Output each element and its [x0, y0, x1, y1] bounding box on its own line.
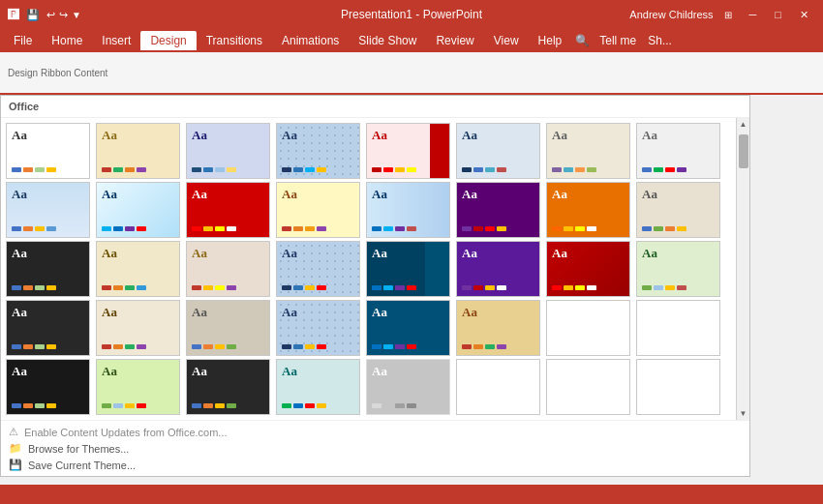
warning-icon: ⚠ [9, 426, 18, 438]
folder-icon: 📁 [9, 442, 22, 455]
title-bar: 🅿 💾 ↩ ↪ ▼ Presentation1 - PowerPoint And… [0, 0, 823, 29]
menu-help[interactable]: Help [529, 31, 572, 50]
theme-card[interactable]: Aa [546, 123, 630, 179]
undo-button[interactable]: ↩ [46, 9, 55, 21]
theme-card[interactable]: Aa [546, 241, 630, 297]
customize-quick-access-button[interactable]: ▼ [72, 10, 81, 20]
theme-card[interactable]: Aa [366, 123, 450, 179]
theme-card[interactable]: Aa [186, 123, 270, 179]
browse-themes-label: Browse for Themes... [28, 443, 129, 455]
save-icon-link: 💾 [9, 459, 22, 471]
theme-card[interactable]: Aa [96, 123, 180, 179]
theme-card[interactable]: Aa [186, 359, 270, 415]
menu-file[interactable]: File [4, 31, 42, 50]
ribbon-placeholder: Design Ribbon Content [8, 68, 107, 78]
theme-card[interactable]: Aa [456, 241, 540, 297]
theme-card[interactable] [456, 359, 540, 415]
app-icon: 🅿 [8, 8, 19, 21]
username-label: Andrew Childress [629, 9, 713, 20]
theme-card[interactable]: Aa [6, 300, 90, 356]
vertical-scrollbar[interactable]: ▲ ▼ [736, 118, 749, 420]
theme-card[interactable] [636, 359, 720, 415]
menu-home[interactable]: Home [42, 31, 92, 50]
window-title: Presentation1 - PowerPoint [341, 8, 482, 21]
theme-card[interactable]: Aa [456, 182, 540, 238]
bottom-links: ⚠ Enable Content Updates from Office.com… [1, 420, 749, 476]
theme-card[interactable] [636, 300, 720, 356]
theme-card[interactable] [546, 300, 630, 356]
save-theme-label: Save Current Theme... [28, 460, 136, 471]
scroll-down-button[interactable]: ▼ [738, 407, 749, 420]
quick-access-toolbar: 🅿 💾 ↩ ↪ ▼ [8, 7, 81, 23]
share-button[interactable]: Sh... [642, 31, 678, 50]
theme-card[interactable]: Aa [186, 241, 270, 297]
tell-me-input[interactable]: Tell me [594, 31, 642, 50]
content-updates-link[interactable]: ⚠ Enable Content Updates from Office.com… [9, 424, 742, 440]
theme-card[interactable]: Aa [6, 182, 90, 238]
theme-card[interactable]: Aa [546, 182, 630, 238]
menu-design[interactable]: Design [140, 31, 196, 50]
save-theme-link[interactable]: 💾 Save Current Theme... [9, 457, 742, 473]
theme-card[interactable]: Aa [276, 182, 360, 238]
menu-review[interactable]: Review [426, 31, 483, 50]
theme-card[interactable]: Aa [96, 359, 180, 415]
status-bar [0, 485, 823, 504]
theme-card[interactable]: Aa [186, 182, 270, 238]
theme-card[interactable] [546, 359, 630, 415]
menu-bar: File Home Insert Design Transitions Anim… [0, 29, 823, 52]
theme-card[interactable]: Aa [366, 359, 450, 415]
menu-animations[interactable]: Animations [272, 31, 349, 50]
menu-view[interactable]: View [484, 31, 529, 50]
menu-insert[interactable]: Insert [92, 31, 140, 50]
theme-card[interactable]: Aa [276, 359, 360, 415]
theme-card[interactable]: Aa [276, 241, 360, 297]
ribbon-content: Design Ribbon Content [0, 52, 823, 95]
browse-themes-link[interactable]: 📁 Browse for Themes... [9, 440, 742, 457]
theme-card[interactable]: Aa [96, 241, 180, 297]
theme-card[interactable]: Aa [6, 359, 90, 415]
theme-card[interactable]: Aa [366, 182, 450, 238]
themes-section-header: Office [1, 96, 749, 118]
theme-card[interactable]: Aa [276, 300, 360, 356]
theme-card[interactable]: Aa [186, 300, 270, 356]
theme-card[interactable]: Aa [276, 123, 360, 179]
theme-card[interactable]: Aa [366, 300, 450, 356]
theme-card[interactable]: Aa [6, 241, 90, 297]
scroll-up-button[interactable]: ▲ [738, 118, 749, 131]
close-button[interactable]: ✕ [793, 7, 815, 23]
minimize-button[interactable]: ─ [743, 7, 764, 22]
menu-slideshow[interactable]: Slide Show [349, 31, 426, 50]
theme-card[interactable]: Aa [6, 123, 90, 179]
theme-card[interactable]: Aa [96, 182, 180, 238]
content-updates-label: Enable Content Updates from Office.com..… [24, 427, 228, 438]
scroll-thumb[interactable] [739, 134, 748, 168]
themes-dropdown-panel: Office Aa Aa Aa [0, 95, 750, 477]
save-button[interactable]: 💾 [23, 7, 43, 23]
theme-card[interactable]: Aa [96, 300, 180, 356]
ribbon-display-button[interactable]: ⊞ [719, 8, 737, 22]
menu-transitions[interactable]: Transitions [197, 31, 272, 50]
theme-card[interactable]: Aa [636, 123, 720, 179]
theme-card[interactable]: Aa [456, 123, 540, 179]
theme-card[interactable]: Aa [456, 300, 540, 356]
theme-card[interactable]: Aa [636, 241, 720, 297]
themes-grid: Aa Aa Aa Aa [1, 118, 736, 420]
window-controls: Andrew Childress ⊞ ─ □ ✕ [629, 7, 815, 23]
theme-card[interactable]: Aa [366, 241, 450, 297]
restore-button[interactable]: □ [769, 7, 787, 22]
search-icon[interactable]: 🔍 [571, 31, 594, 50]
theme-card[interactable]: Aa [636, 182, 720, 238]
redo-button[interactable]: ↪ [59, 9, 68, 21]
themes-grid-wrapper: Aa Aa Aa Aa [1, 118, 749, 420]
